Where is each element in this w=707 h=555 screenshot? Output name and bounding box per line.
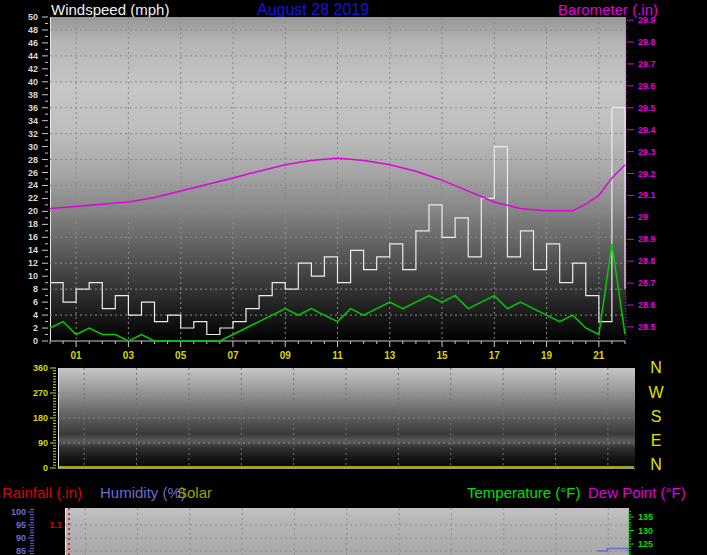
main-right-axis-label: 28.8 — [638, 256, 656, 266]
main-left-axis-label: 44 — [28, 51, 38, 61]
series-humidity — [597, 548, 628, 551]
main-right-axis-label: 29.5 — [638, 103, 656, 113]
main-left-axis-label: 14 — [28, 245, 38, 255]
weather-dashboard: Windspeed (mph) August 28 2019 Barometer… — [0, 0, 707, 555]
main-left-axis-label: 4 — [33, 310, 38, 320]
main-x-axis-label: 07 — [227, 350, 239, 361]
main-x-axis-label: 17 — [489, 350, 501, 361]
main-x-axis-label: 05 — [175, 350, 187, 361]
main-left-axis-label: 28 — [28, 155, 38, 165]
main-right-axis-label: 29.9 — [638, 15, 656, 25]
main-x-axis-label: 09 — [280, 350, 292, 361]
main-right-axis-label: 28.7 — [638, 278, 656, 288]
main-x-axis-label: 11 — [332, 350, 343, 361]
bot-humidity-axis-label: 95 — [16, 520, 26, 530]
main-left-axis-label: 40 — [28, 77, 38, 87]
main-x-axis-label: 19 — [541, 350, 553, 361]
main-right-axis-label: 29.4 — [638, 125, 656, 135]
main-right-axis-label: 29.3 — [638, 147, 656, 157]
main-left-axis-label: 12 — [28, 258, 38, 268]
main-x-axis-label: 13 — [384, 350, 396, 361]
main-right-axis-label: 29 — [638, 212, 648, 222]
main-x-axis-label: 21 — [593, 350, 605, 361]
main-right-axis-label: 28.9 — [638, 234, 656, 244]
main-left-axis-label: 24 — [28, 180, 38, 190]
main-left-axis-label: 8 — [33, 284, 38, 294]
main-right-axis-label: 28.5 — [638, 322, 656, 332]
main-left-axis-label: 2 — [33, 323, 38, 333]
main-x-axis-label: 03 — [123, 350, 135, 361]
bot-humidity-axis-label: 85 — [16, 546, 26, 555]
main-left-axis-label: 10 — [28, 271, 38, 281]
dir-left-axis-label: 180 — [33, 413, 48, 423]
dir-left-axis-label: 0 — [43, 463, 48, 473]
main-right-axis-label: 29.8 — [638, 37, 656, 47]
series-wind_gust — [50, 108, 625, 335]
main-left-axis-label: 6 — [33, 297, 38, 307]
bot-temperature-axis-label: 135 — [638, 512, 653, 522]
main-left-axis-label: 38 — [28, 90, 38, 100]
main-left-axis-label: 50 — [28, 12, 38, 22]
bot-temperature-axis-label: 130 — [638, 526, 653, 536]
main-left-axis-label: 0 — [33, 336, 38, 346]
main-left-axis-label: 22 — [28, 193, 38, 203]
main-right-axis-label: 29.2 — [638, 169, 656, 179]
main-right-axis-label: 28.6 — [638, 300, 656, 310]
main-x-axis-label: 01 — [71, 350, 83, 361]
main-left-axis-label: 48 — [28, 25, 38, 35]
main-left-axis-label: 42 — [28, 64, 38, 74]
bot-humidity-axis-label: 100 — [11, 507, 26, 517]
main-left-axis-label: 46 — [28, 38, 38, 48]
main-right-axis-label: 29.6 — [638, 81, 656, 91]
main-left-axis-label: 36 — [28, 103, 38, 113]
main-right-axis-label: 29.7 — [638, 59, 656, 69]
main-right-axis-label: 29.1 — [638, 190, 656, 200]
bot-humidity-axis-label: 90 — [16, 533, 26, 543]
dir-left-axis-label: 90 — [38, 438, 48, 448]
main-left-axis-label: 34 — [28, 116, 38, 126]
dir-left-axis-label: 270 — [33, 388, 48, 398]
main-left-axis-label: 26 — [28, 168, 38, 178]
dir-left-axis-label: 360 — [33, 363, 48, 373]
main-left-axis-label: 30 — [28, 142, 38, 152]
main-left-axis-label: 18 — [28, 219, 38, 229]
main-x-axis-label: 15 — [436, 350, 448, 361]
chart-overlay-svg: 0246810121416182022242628303234363840424… — [0, 0, 707, 555]
bot-temperature-axis-label: 125 — [638, 539, 653, 549]
main-left-axis-label: 16 — [28, 232, 38, 242]
main-left-axis-label: 20 — [28, 206, 38, 216]
bot-rain-axis-label: 1.1 — [49, 520, 62, 530]
main-left-axis-label: 32 — [28, 129, 38, 139]
